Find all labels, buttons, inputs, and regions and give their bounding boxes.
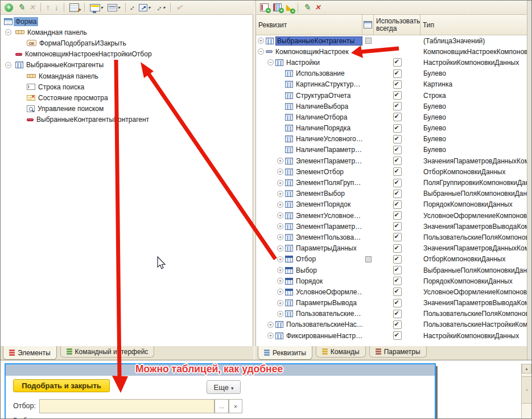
edit-button[interactable] bbox=[17, 2, 26, 13]
expander-plus-icon[interactable]: + bbox=[277, 278, 283, 284]
swap-button[interactable] bbox=[130, 2, 136, 13]
attribute-row[interactable]: +ЭлементПользова…ПользовательскиеПоляКом… bbox=[256, 232, 527, 243]
attribute-row[interactable]: +ПараметрыДанныхЗначенияПараметровДанных… bbox=[256, 243, 527, 254]
move-down-button[interactable] bbox=[53, 2, 60, 13]
use-always-checkbox[interactable] bbox=[393, 80, 402, 89]
form-tree-item[interactable]: ФормаПодобратьИЗакрыть bbox=[1, 38, 253, 48]
choose-button[interactable]: ... bbox=[215, 399, 229, 413]
resize-button[interactable] bbox=[154, 2, 166, 13]
tab-elements[interactable]: Элементы bbox=[3, 346, 57, 360]
expander-plus-icon[interactable]: + bbox=[277, 267, 283, 273]
attribute-row[interactable]: +Пользовательские…ПользовательскиеПоляКо… bbox=[256, 309, 527, 319]
attribute-row[interactable]: +ЭлементУсловное…УсловноеОформлениеКомпо… bbox=[256, 210, 527, 221]
tab-commands[interactable]: Команды bbox=[316, 346, 366, 358]
use-always-checkbox[interactable] bbox=[393, 179, 402, 187]
panel-view-button[interactable] bbox=[106, 2, 121, 13]
use-always-checkbox[interactable] bbox=[393, 331, 402, 340]
form-tree-item[interactable]: −ВыбранныеКонтрагенты bbox=[1, 60, 253, 71]
expander-plus-icon[interactable]: + bbox=[277, 300, 283, 306]
form-tree-item[interactable]: Управление поиском bbox=[1, 104, 253, 114]
use-always-checkbox[interactable] bbox=[393, 102, 402, 110]
check-items-button[interactable] bbox=[68, 2, 80, 13]
filter-input[interactable] bbox=[39, 399, 215, 413]
use-always-checkbox[interactable] bbox=[393, 157, 402, 165]
delete-button[interactable] bbox=[28, 2, 36, 13]
form-tree-item[interactable]: ВыбранныеКонтрагентыКонтрагент bbox=[1, 114, 253, 125]
use-always-checkbox[interactable] bbox=[393, 233, 402, 241]
add-attribute-button[interactable] bbox=[259, 2, 270, 13]
attribute-row[interactable]: −НастройкиНастройкиКомпоновкиДанных bbox=[256, 57, 527, 68]
use-always-checkbox[interactable] bbox=[393, 167, 402, 176]
attribute-row[interactable]: +ПорядокПорядокКомпоновкиДанных bbox=[256, 276, 527, 286]
form-tree-item[interactable]: Состояние просмотра bbox=[1, 92, 253, 103]
expander-plus-icon[interactable]: + bbox=[277, 245, 283, 252]
column-header-attribute[interactable]: Реквизит bbox=[256, 15, 362, 35]
attributes-panel[interactable]: Реквизит Использовать всегда Тип +Выбран… bbox=[255, 15, 527, 346]
form-elements-tree[interactable]: Форма−Командная панельФормаПодобратьИЗак… bbox=[1, 15, 253, 346]
expander-plus-icon[interactable]: + bbox=[277, 212, 283, 219]
attribute-row[interactable]: НаличиеПараметр…Булево bbox=[256, 145, 527, 155]
scrollbar-vertical[interactable] bbox=[521, 364, 531, 419]
expander-plus-icon[interactable]: + bbox=[267, 322, 274, 328]
attribute-row[interactable]: ИспользованиеБулево bbox=[256, 68, 527, 79]
apply-button[interactable] bbox=[175, 2, 184, 13]
delete-attribute-button[interactable] bbox=[314, 2, 322, 13]
attribute-row[interactable]: −КомпоновщикНастроекКомпоновщикНастроекК… bbox=[256, 46, 527, 57]
expander-minus-icon[interactable]: − bbox=[5, 29, 11, 35]
use-always-checkbox[interactable] bbox=[393, 287, 402, 296]
expander-minus-icon[interactable]: − bbox=[267, 59, 274, 65]
use-always-checkbox[interactable] bbox=[393, 222, 402, 231]
attribute-row[interactable]: СтруктураОтчетаСтрока bbox=[256, 90, 527, 101]
scroll-up-button[interactable] bbox=[522, 364, 531, 373]
pick-and-close-button[interactable]: Подобрать и закрыть bbox=[13, 379, 110, 392]
use-always-checkbox[interactable] bbox=[393, 200, 402, 209]
use-always-checkbox[interactable] bbox=[393, 113, 402, 121]
tab-parameters[interactable]: Параметры bbox=[369, 346, 427, 358]
attribute-row[interactable]: +ЭлементПоляГруп…ПоляГруппировкиКомпонов… bbox=[256, 177, 527, 188]
expander-minus-icon[interactable]: − bbox=[258, 48, 264, 55]
attribute-row[interactable]: +ПараметрыВыводаЗначенияПараметровВывода… bbox=[256, 298, 527, 309]
attribute-row[interactable]: НаличиеОтбораБулево bbox=[256, 112, 527, 122]
use-always-checkbox[interactable] bbox=[393, 190, 402, 198]
clear-button[interactable]: × bbox=[229, 399, 242, 413]
expander-plus-icon[interactable]: + bbox=[267, 332, 274, 339]
add-linked-attribute-button[interactable] bbox=[285, 2, 294, 13]
column-header-use-always[interactable]: Использовать всегда bbox=[374, 15, 420, 35]
expander-plus-icon[interactable]: + bbox=[277, 311, 283, 317]
attribute-row[interactable]: +ЭлементОтборОтборКомпоновкиДанных bbox=[256, 166, 527, 177]
attribute-row[interactable]: +ФиксированныеНастр…НастройкиКомпоновкиД… bbox=[256, 330, 527, 341]
expander-plus-icon[interactable]: + bbox=[277, 256, 283, 262]
use-always-checkbox[interactable] bbox=[393, 69, 402, 78]
more-button[interactable]: Еще bbox=[207, 380, 241, 394]
expander-plus-icon[interactable]: + bbox=[277, 234, 283, 240]
form-tree-item[interactable]: Строка поиска bbox=[1, 81, 253, 92]
expander-plus-icon[interactable]: + bbox=[258, 38, 264, 44]
use-always-checkbox[interactable] bbox=[393, 255, 402, 264]
attribute-row[interactable]: +УсловноеОформле…УсловноеОформлениеКомпо… bbox=[256, 286, 527, 297]
use-always-checkbox[interactable] bbox=[393, 277, 402, 285]
use-always-checkbox[interactable] bbox=[393, 146, 402, 154]
form-view-button[interactable] bbox=[89, 2, 104, 13]
form-tree-item[interactable]: −Командная панель bbox=[1, 27, 253, 38]
use-always-checkbox[interactable] bbox=[393, 58, 402, 67]
expander-plus-icon[interactable]: + bbox=[277, 191, 283, 197]
form-tree-item[interactable]: Командная панель bbox=[1, 71, 253, 81]
use-always-checkbox[interactable] bbox=[393, 91, 402, 100]
attribute-row[interactable]: +ЭлементПараметр…ЗначенияПараметровВывод… bbox=[256, 221, 527, 232]
attribute-row[interactable]: +ЭлементВыборВыбранныеПоляКомпоновкиДанн… bbox=[256, 188, 527, 199]
expander-plus-icon[interactable]: + bbox=[277, 289, 283, 295]
column-header-type[interactable]: Тип bbox=[420, 15, 527, 35]
form-tree-item[interactable]: КомпоновщикНастроекНастройкиОтбор bbox=[1, 49, 253, 60]
form-tree-item[interactable]: Форма bbox=[1, 16, 253, 27]
use-always-checkbox[interactable] bbox=[393, 135, 402, 143]
attribute-row[interactable]: НаличиеПорядкаБулево bbox=[256, 123, 527, 134]
attribute-row[interactable]: +ПользовательскиеНас…ПользовательскиеНас… bbox=[256, 319, 527, 330]
use-always-checkbox[interactable] bbox=[393, 244, 402, 253]
expander-plus-icon[interactable]: + bbox=[277, 169, 283, 175]
use-always-checkbox[interactable] bbox=[393, 124, 402, 133]
attribute-row[interactable]: НаличиеУсловного…Булево bbox=[256, 134, 527, 145]
expander-plus-icon[interactable]: + bbox=[277, 158, 283, 164]
add-table-attribute-button[interactable] bbox=[272, 2, 283, 13]
expander-plus-icon[interactable]: + bbox=[277, 180, 283, 186]
attribute-row[interactable]: +ОтборОтборКомпоновкиДанных bbox=[256, 254, 527, 265]
